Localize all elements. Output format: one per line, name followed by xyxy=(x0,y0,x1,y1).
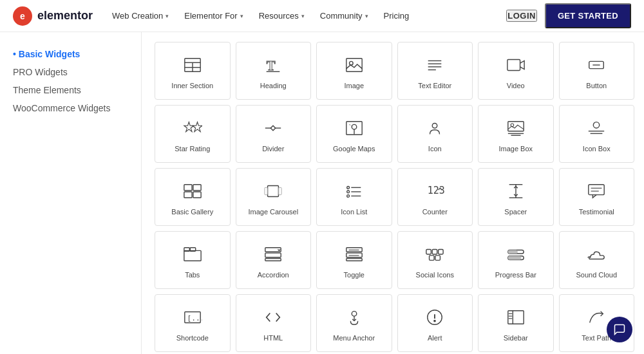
sidebar-item-basic-widgets[interactable]: Basic Widgets xyxy=(13,45,128,63)
widget-label-tabs: Tabs xyxy=(185,270,200,279)
widget-card-counter[interactable]: 123Counter xyxy=(397,168,473,226)
svg-rect-55 xyxy=(265,259,281,261)
widget-card-google-maps[interactable]: Google Maps xyxy=(316,105,392,163)
nav-resources[interactable]: Resources ▾ xyxy=(259,11,305,21)
widget-label-social-icons: Social Icons xyxy=(416,270,454,279)
widget-card-menu-anchor[interactable]: Menu Anchor xyxy=(316,294,392,352)
html-icon xyxy=(261,306,285,329)
svg-rect-50 xyxy=(184,251,201,261)
widget-label-sidebar: Sidebar xyxy=(504,333,528,342)
svg-point-37 xyxy=(347,187,350,189)
widget-label-icon-box: Icon Box xyxy=(583,144,611,153)
svg-text:T: T xyxy=(267,59,276,73)
menu-anchor-icon xyxy=(343,306,366,329)
widget-card-tabs[interactable]: Tabs xyxy=(155,231,231,289)
login-button[interactable]: LOGIN xyxy=(506,10,537,22)
widget-label-divider: Divider xyxy=(262,144,284,153)
widget-card-sound-cloud[interactable]: Sound Cloud xyxy=(559,231,635,289)
widget-card-spacer[interactable]: Spacer xyxy=(478,168,554,226)
widget-label-progress-bar: Progress Bar xyxy=(495,270,536,279)
widget-card-icon-box[interactable]: Icon Box xyxy=(559,105,635,163)
widget-card-testimonial[interactable]: Testimonial xyxy=(559,168,635,226)
widget-card-sidebar[interactable]: Sidebar xyxy=(478,294,554,352)
widgets-content: Inner SectionTHeadingImageText EditorVid… xyxy=(142,32,644,354)
inner-section-icon xyxy=(181,53,204,77)
widget-label-testimonial: Testimonial xyxy=(579,207,614,216)
widget-card-basic-gallery[interactable]: Basic Gallery xyxy=(155,168,231,226)
svg-point-39 xyxy=(347,191,350,193)
svg-point-21 xyxy=(352,125,357,130)
widget-label-video: Video xyxy=(507,81,525,90)
widget-label-text-path: Text Path xyxy=(582,333,611,342)
nav-pricing[interactable]: Pricing xyxy=(384,11,410,21)
widget-card-shortcode[interactable]: [...]Shortcode xyxy=(155,294,231,352)
image-icon xyxy=(343,53,366,77)
widget-card-progress-bar[interactable]: Progress Bar xyxy=(478,231,554,289)
widget-label-text-editor: Text Editor xyxy=(418,81,451,90)
widget-label-alert: Alert xyxy=(428,333,442,342)
header: e elementor Web Creation ▾ Elementor For… xyxy=(0,0,644,32)
svg-point-27 xyxy=(594,122,600,128)
widget-card-inner-section[interactable]: Inner Section xyxy=(155,42,231,100)
sound-cloud-icon xyxy=(585,243,608,266)
widget-label-counter: Counter xyxy=(422,207,448,216)
get-started-button[interactable]: GET STARTED xyxy=(545,3,631,28)
nav-community[interactable]: Community ▾ xyxy=(320,11,368,21)
widget-card-star-rating[interactable]: Star Rating xyxy=(155,105,231,163)
icon-icon xyxy=(423,116,446,140)
widget-card-accordion[interactable]: Accordion xyxy=(236,231,312,289)
spacer-icon xyxy=(504,180,527,203)
elementor-logo-icon: e xyxy=(13,6,32,26)
widget-label-sound-cloud: Sound Cloud xyxy=(576,270,617,279)
widget-card-heading[interactable]: THeading xyxy=(236,42,312,100)
chat-bubble-button[interactable] xyxy=(607,317,632,342)
widget-label-menu-anchor: Menu Anchor xyxy=(333,333,375,342)
svg-rect-65 xyxy=(435,256,440,261)
widget-card-toggle[interactable]: Toggle xyxy=(316,231,392,289)
sidebar-item-pro-widgets[interactable]: PRO Widgets xyxy=(13,63,128,81)
main-layout: Basic Widgets PRO Widgets Theme Elements… xyxy=(0,32,644,354)
widget-card-video[interactable]: Video xyxy=(478,42,554,100)
image-box-icon xyxy=(504,116,527,140)
svg-text:[...]: [...] xyxy=(187,314,202,322)
widget-card-icon-list[interactable]: Icon List xyxy=(316,168,392,226)
svg-marker-16 xyxy=(193,122,202,132)
widget-label-google-maps: Google Maps xyxy=(333,144,375,153)
icon-box-icon xyxy=(585,116,608,140)
widget-card-divider[interactable]: Divider xyxy=(236,105,312,163)
shortcode-icon: [...] xyxy=(181,306,204,329)
sidebar: Basic Widgets PRO Widgets Theme Elements… xyxy=(0,32,142,354)
svg-rect-61 xyxy=(426,250,431,255)
sidebar-item-theme-elements[interactable]: Theme Elements xyxy=(13,81,128,99)
widget-card-html[interactable]: HTML xyxy=(236,294,312,352)
svg-point-22 xyxy=(433,124,438,129)
widget-card-button[interactable]: Button xyxy=(559,42,635,100)
widget-label-star-rating: Star Rating xyxy=(175,144,210,153)
divider-icon xyxy=(261,116,285,140)
nav-web-creation[interactable]: Web Creation ▾ xyxy=(112,11,169,21)
button-icon xyxy=(585,53,608,77)
chat-icon xyxy=(613,323,626,336)
widget-card-image-box[interactable]: Image Box xyxy=(478,105,554,163)
widget-card-image[interactable]: Image xyxy=(316,42,392,100)
widget-label-image-box: Image Box xyxy=(498,144,533,153)
widget-label-heading: Heading xyxy=(260,81,287,90)
svg-text:123: 123 xyxy=(428,185,444,196)
widgets-grid: Inner SectionTHeadingImageText EditorVid… xyxy=(155,42,634,352)
widget-card-alert[interactable]: Alert xyxy=(397,294,473,352)
sidebar-item-woocommerce-widgets[interactable]: WooCommerce Widgets xyxy=(13,99,128,117)
logo[interactable]: e elementor xyxy=(13,6,93,26)
nav-elementor-for[interactable]: Elementor For ▾ xyxy=(184,11,243,21)
text-path-icon xyxy=(585,306,608,329)
svg-point-72 xyxy=(352,312,357,317)
widget-label-button: Button xyxy=(586,81,607,90)
widget-card-text-editor[interactable]: Text Editor xyxy=(397,42,473,100)
chevron-down-icon: ▾ xyxy=(301,13,305,19)
widget-card-image-carousel[interactable]: Image Carousel xyxy=(236,168,312,226)
widget-label-image: Image xyxy=(344,81,364,90)
widget-card-icon[interactable]: Icon xyxy=(397,105,473,163)
heading-icon: T xyxy=(261,53,285,77)
widget-card-social-icons[interactable]: Social Icons xyxy=(397,231,473,289)
chevron-down-icon: ▾ xyxy=(365,13,368,19)
svg-rect-63 xyxy=(439,250,444,255)
